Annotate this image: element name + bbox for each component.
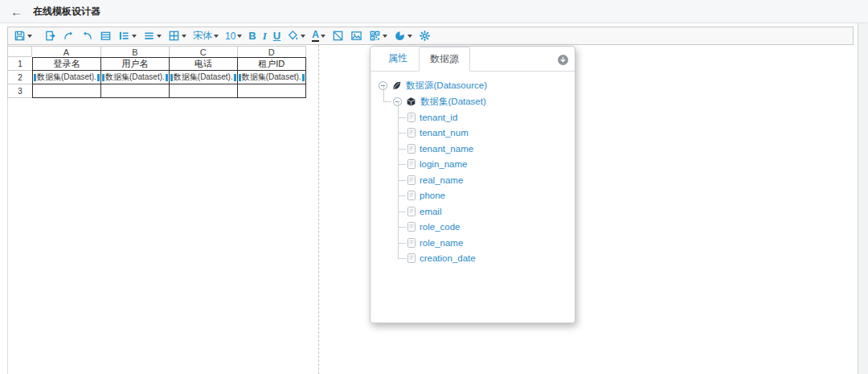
line-style-button[interactable] [142,30,162,42]
align-icon [118,30,130,42]
row-header[interactable]: 3 [7,84,32,98]
qrcode-button[interactable] [368,30,388,42]
borders-button[interactable] [167,30,187,42]
tree-node-field[interactable]: role_code [407,220,567,236]
tree-node-field[interactable]: role_name [407,235,567,251]
grid-cell[interactable]: 数据集(Dataset). [101,71,170,84]
field-label: email [420,207,441,216]
expression-marker-icon [97,74,100,81]
tree-field-item: tenant_num [407,125,567,142]
qrcode-icon [369,30,381,42]
column-header[interactable]: B [101,46,170,57]
tree-node-field[interactable]: real_name [407,172,567,188]
insert-image-button[interactable] [350,30,363,42]
tree-node-field[interactable]: tenant_name [407,141,567,157]
borders-icon [168,30,180,42]
dropdown-caret-icon [157,35,162,40]
fill-color-button[interactable] [286,30,306,42]
tab-datasource[interactable]: 数据源 [419,47,470,72]
vertical-scrollbar[interactable] [858,23,868,374]
redo-button[interactable] [62,30,76,42]
tree-field-item: role_code [407,220,567,236]
tree-node-field[interactable]: login_name [407,157,567,173]
font-color-button[interactable]: A [311,30,326,42]
field-label: creation_date [420,253,476,263]
dropdown-caret-icon [182,35,186,40]
app-header: ← 在线模板设计器 [0,0,868,23]
tab-properties[interactable]: 属性 [377,46,419,71]
column-header[interactable]: C [170,46,238,57]
undo-button[interactable] [80,30,94,42]
expression-marker-icon [166,74,168,81]
dropdown-caret-icon [237,35,242,40]
grid-cell[interactable]: 数据集(Dataset). [170,71,238,84]
field-document-icon [407,207,416,216]
grid-cell[interactable]: 数据集(Dataset). [32,71,101,84]
field-document-icon [407,159,416,169]
spreadsheet[interactable]: ABCD1登录名用户名电话租户ID2数据集(Dataset).数据集(Datas… [7,46,306,98]
panel-tab-bar: 属性 数据源 [371,47,575,72]
field-document-icon [407,238,416,248]
row-header[interactable]: 2 [7,71,32,84]
expression-marker-icon [34,74,36,81]
tree-field-item: creation_date [407,251,567,267]
merge-cells-icon [100,30,112,42]
tree-node-field[interactable]: tenant_id [407,109,567,125]
tree-node-field[interactable]: phone [407,188,567,204]
grid-cell[interactable] [101,84,170,98]
grid-cell[interactable] [170,84,238,98]
tree-field-item: tenant_name [407,141,567,157]
settings-button[interactable] [418,30,432,42]
expression-marker-icon [239,74,241,81]
field-label: login_name [420,159,467,169]
bold-button[interactable]: B [248,30,256,42]
font-size-select[interactable]: 10 [224,31,243,42]
underline-button[interactable]: U [272,30,281,42]
cell-expression-text: 数据集(Dataset). [174,72,233,81]
dataset-cube-icon [406,97,416,107]
dropdown-caret-icon [301,35,305,40]
diagonal-line-button[interactable] [331,30,345,42]
tree-node-dataset[interactable]: 数据集(Dataset) [393,94,567,110]
chart-button[interactable] [393,30,413,42]
grid-cell[interactable]: 电话 [170,57,238,71]
datasource-panel: 属性 数据源 数据源(Datasource) [370,46,575,323]
tree-node-field[interactable]: email [407,203,567,220]
field-document-icon [407,113,416,122]
datasource-leaf-icon [391,80,402,91]
save-button[interactable] [13,30,33,42]
column-header[interactable]: D [238,46,306,57]
field-document-icon [407,222,416,232]
back-arrow-icon[interactable]: ← [10,6,23,18]
collapse-panel-icon[interactable] [558,55,568,65]
grid-cell[interactable] [238,84,306,98]
tree-field-item: role_name [407,235,567,251]
italic-button[interactable]: I [262,30,268,43]
export-button[interactable] [43,30,57,42]
tree-node-field[interactable]: creation_date [407,251,567,267]
column-header[interactable]: A [32,46,101,57]
grid-cell[interactable] [32,84,101,98]
grid-cell[interactable]: 用户名 [101,57,170,71]
tree-node-field[interactable]: tenant_num [407,125,567,142]
field-list: tenant_id tenant_num tenant_name lo [393,109,567,266]
save-icon [14,30,26,42]
redo-icon [63,30,75,42]
grid-cell[interactable]: 数据集(Dataset). [238,71,306,84]
merge-cells-button[interactable] [99,30,113,42]
tree-node-datasource[interactable]: 数据源(Datasource) [379,78,567,94]
field-document-icon [407,253,416,263]
align-button[interactable] [117,30,137,42]
row-header[interactable]: 1 [7,57,32,71]
page-margin-guide [318,45,319,374]
image-icon [350,30,362,42]
grid-cell[interactable]: 登录名 [32,57,101,71]
grid-corner-cell[interactable] [7,46,32,57]
cell-expression-text: 数据集(Dataset). [242,72,301,81]
line-style-icon [143,30,155,42]
grid-cell[interactable]: 租户ID [238,57,306,71]
field-label: role_name [420,238,463,248]
dropdown-caret-icon [321,35,326,40]
font-family-select[interactable]: 宋体 [192,29,219,43]
font-family-label: 宋体 [193,29,212,43]
